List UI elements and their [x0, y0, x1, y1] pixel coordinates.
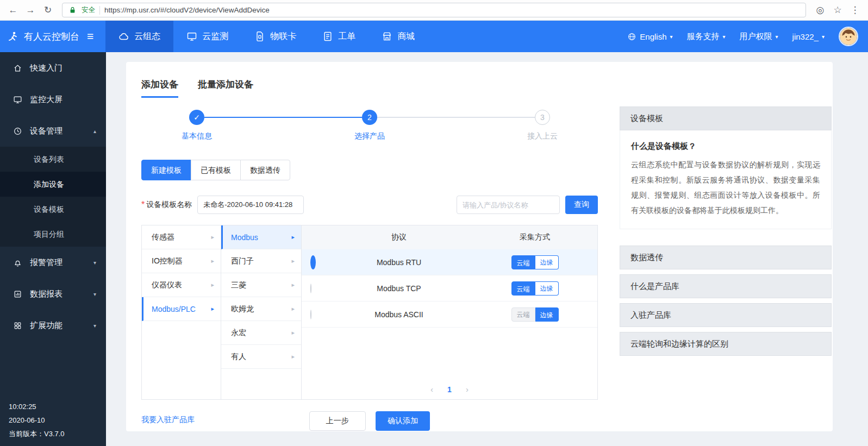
forward-icon[interactable]: → — [23, 3, 38, 18]
chevron-down-icon: ▾ — [776, 34, 778, 40]
step-label: 接入上云 — [527, 131, 558, 141]
radio-selected[interactable] — [310, 255, 316, 269]
step-label: 基本信息 — [182, 131, 212, 141]
product-search-input[interactable] — [457, 196, 560, 214]
big-screen-icon — [13, 95, 22, 104]
version-label: 当前版本：V3.7.0 — [9, 427, 65, 441]
cloud-mode-button[interactable]: 云端 — [511, 307, 535, 322]
brand-list: Modbus ▸ 西门子 ▸ 三菱 ▸ 欧姆龙 — [221, 225, 302, 399]
query-button[interactable]: 查询 — [565, 196, 598, 214]
cloud-mode-button[interactable]: 云端 — [511, 281, 535, 296]
help-question: 什么是设备模板？ — [631, 141, 820, 152]
sidebar-subitem-device-list[interactable]: 设备列表 — [0, 147, 106, 172]
brand-mitsubishi[interactable]: 三菱 ▸ — [221, 273, 301, 297]
help-panel-data-passthrough[interactable]: 数据透传 — [620, 246, 832, 269]
cloud-mode-button[interactable]: 云端 — [511, 255, 535, 269]
back-icon[interactable]: ← — [5, 3, 21, 18]
support-dropdown[interactable]: 服务支持 ▾ — [687, 32, 726, 42]
category-io-controller[interactable]: IO控制器 ▸ — [142, 249, 221, 273]
sidebar-subitem-device-template[interactable]: 设备模板 — [0, 197, 106, 222]
page-tabs: 添加设备 批量添加设备 — [141, 78, 598, 98]
template-name-input[interactable] — [197, 196, 304, 214]
prev-page-icon[interactable]: ‹ — [430, 385, 433, 394]
sidebar-subitem-project-group[interactable]: 项目分组 — [0, 222, 106, 247]
step-connector — [377, 117, 535, 118]
brand-omron[interactable]: 欧姆龙 ▸ — [221, 297, 301, 321]
brand-label: 有人 — [231, 352, 246, 362]
edge-mode-button[interactable]: 边缘 — [535, 255, 559, 269]
language-dropdown[interactable]: English ▾ — [627, 32, 672, 41]
radio-unselected[interactable] — [310, 284, 311, 293]
browser-menu-icon[interactable]: ⋮ — [847, 3, 863, 18]
refresh-icon[interactable]: ↻ — [40, 3, 55, 18]
nav-item-mall[interactable]: 商城 — [369, 21, 428, 52]
step-connect-cloud: 3 接入上云 — [535, 110, 550, 125]
nav-item-iot-card[interactable]: 物联卡 — [241, 21, 309, 52]
globe-icon — [627, 32, 636, 41]
tab-existing-template[interactable]: 已有模板 — [191, 160, 241, 180]
category-instrument[interactable]: 仪器仪表 ▸ — [142, 273, 221, 297]
protocol-row-modbus-ascii[interactable]: Modbus ASCII 云端 边缘 — [302, 301, 597, 328]
template-mode-tabs: 新建模板 已有模板 数据透传 — [141, 160, 598, 180]
chevron-right-icon: ▸ — [291, 234, 295, 241]
collapse-sidebar-icon[interactable]: ≡ — [83, 30, 98, 43]
sidebar-item-extensions[interactable]: 扩展功能 ▾ — [0, 310, 106, 341]
user-dropdown[interactable]: jin322_ ▾ — [792, 32, 825, 41]
edge-mode-button[interactable]: 边缘 — [535, 307, 559, 322]
sidebar-subitem-add-device[interactable]: 添加设备 — [0, 172, 106, 197]
nav-item-work-order[interactable]: 工单 — [309, 21, 369, 52]
site-settings-icon[interactable]: ◎ — [813, 3, 828, 18]
category-modbus-plc[interactable]: Modbus/PLC ▸ — [142, 297, 221, 321]
sidebar-item-label: 报警管理 — [30, 257, 86, 268]
security-label: 安全 — [82, 5, 95, 15]
chevron-down-icon: ▾ — [93, 291, 96, 297]
brand-label: 欧姆龙 — [231, 304, 254, 314]
permissions-dropdown[interactable]: 用户权限 ▾ — [740, 32, 778, 42]
help-panel-device-template[interactable]: 设备模板 — [620, 106, 832, 130]
radio-unselected[interactable] — [310, 310, 311, 319]
tab-add-device[interactable]: 添加设备 — [141, 78, 178, 98]
protocol-row-modbus-tcp[interactable]: Modbus TCP 云端 边缘 — [302, 275, 597, 301]
nav-item-cloud-monitor[interactable]: 云监测 — [173, 21, 241, 52]
nav-item-cloud-scada[interactable]: 云组态 — [105, 21, 173, 52]
sidebar-item-alarm-management[interactable]: 报警管理 ▾ — [0, 247, 106, 278]
sidebar-item-monitor-screen[interactable]: 监控大屏 — [0, 84, 106, 115]
help-panel-what-is-product-library[interactable]: 什么是产品库 — [620, 274, 832, 298]
help-panel-join-product-library[interactable]: 入驻产品库 — [620, 303, 832, 327]
help-column: 设备模板 什么是设备模板？ 云组态系统中配置与设备数据协议的解析规则，实现远程采… — [620, 106, 832, 431]
tab-new-template[interactable]: 新建模板 — [141, 160, 191, 180]
category-sensor[interactable]: 传感器 ▸ — [142, 225, 221, 249]
avatar[interactable] — [839, 27, 858, 46]
brand-modbus[interactable]: Modbus ▸ — [221, 225, 301, 249]
sim-card-icon — [254, 31, 265, 42]
template-form-row: * 设备模板名称 查询 — [141, 196, 598, 214]
pagination: ‹ 1 › — [302, 385, 597, 394]
help-panel-cloud-vs-edge[interactable]: 云端轮询和边缘计算的区别 — [620, 332, 832, 356]
protocol-row-modbus-rtu[interactable]: Modbus RTU 云端 边缘 — [302, 249, 597, 275]
previous-step-button[interactable]: 上一步 — [309, 411, 366, 431]
next-page-icon[interactable]: › — [466, 385, 469, 394]
main-content: 添加设备 批量添加设备 ✓ 基本信息 2 选择产品 3 — [106, 52, 868, 446]
sidebar-item-quick-start[interactable]: 快速入门 — [0, 52, 106, 84]
chevron-right-icon: ▸ — [211, 257, 214, 265]
collect-mode-toggle: 云端 边缘 — [511, 307, 559, 322]
tab-batch-add-device[interactable]: 批量添加设备 — [198, 78, 253, 98]
add-device-card: 添加设备 批量添加设备 ✓ 基本信息 2 选择产品 3 — [126, 62, 833, 431]
join-product-library-link[interactable]: 我要入驻产品库 — [141, 415, 195, 425]
confirm-add-button[interactable]: 确认添加 — [376, 411, 430, 431]
home-icon — [13, 64, 22, 73]
sidebar-item-data-report[interactable]: 数据报表 ▾ — [0, 278, 106, 310]
page-number[interactable]: 1 — [447, 385, 452, 394]
usr-logo-icon — [8, 31, 18, 42]
protocol-table-header: 协议 采集方式 — [302, 225, 597, 249]
brand-fatek[interactable]: 永宏 ▸ — [221, 321, 301, 345]
brand-siemens[interactable]: 西门子 ▸ — [221, 249, 301, 273]
address-bar[interactable]: 安全 https://mp.usr.cn/#/cloudV2/device/Vi… — [62, 3, 806, 17]
edge-mode-button[interactable]: 边缘 — [535, 281, 559, 296]
chevron-down-icon: ▾ — [93, 323, 96, 329]
top-navigation: 有人云控制台 ≡ 云组态 云监测 物联卡 — [0, 21, 868, 52]
bookmark-star-icon[interactable]: ☆ — [830, 3, 845, 18]
sidebar-item-device-management[interactable]: 设备管理 ▴ — [0, 115, 106, 147]
brand-usr[interactable]: 有人 ▸ — [221, 345, 301, 369]
tab-data-passthrough[interactable]: 数据透传 — [240, 160, 290, 180]
